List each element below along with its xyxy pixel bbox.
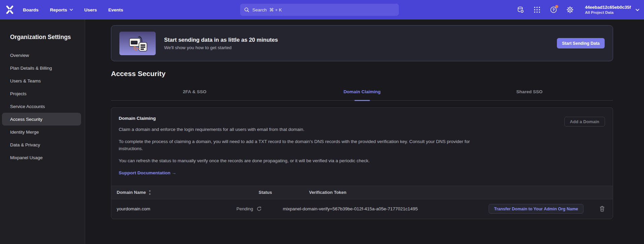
project-name: All Project Data [585,10,631,15]
nav-users-label: Users [84,7,97,12]
add-domain-button[interactable]: Add a Domain [564,117,605,127]
card-paragraph: Claim a domain and enforce the login req… [119,126,482,133]
org-id: 44eebad12c65eb0c35f [585,5,631,10]
chevron-down-icon [70,9,73,11]
mixpanel-logo[interactable] [0,0,20,20]
nav-events-label: Events [108,7,123,12]
tab-shared-sso[interactable]: Shared SSO [446,89,613,100]
card-paragraph: To complete the process of claiming a do… [119,138,482,152]
notification-dot [555,5,558,8]
search-icon [244,7,249,12]
nav-links: Boards Reports Users Events [23,7,123,12]
domain-name-cell: yourdomain.com [117,206,234,211]
onboarding-banner: Start sending data in as little as 20 mi… [111,25,613,61]
apps-grid-icon[interactable] [533,6,541,13]
trash-icon [600,206,605,212]
column-header-verification-token: Verification Token [283,190,605,195]
sidebar-item-service-accounts[interactable]: Service Accounts [2,100,81,113]
top-navbar: Boards Reports Users Events [0,0,644,20]
status-cell: Pending [234,206,283,211]
card-paragraph: You can refresh the status to manually v… [119,158,482,165]
status-badge: Pending [236,206,253,211]
tab-2fa-sso[interactable]: 2FA & SSO [111,89,278,100]
sidebar-item-projects[interactable]: Projects [2,87,81,100]
data-management-icon[interactable] [517,6,524,13]
nav-users[interactable]: Users [84,7,97,12]
domains-table-header: Domain Name Status Verification Token [111,186,613,199]
page-title: Access Security [111,70,613,78]
transfer-domain-button[interactable]: Transfer Domain to Your Admin Org Name [489,204,583,214]
nav-reports[interactable]: Reports [50,7,73,12]
main-content: Start sending data in as little as 20 mi… [85,20,644,244]
access-security-tabs: 2FA & SSO Domain Claiming Shared SSO [111,89,613,101]
settings-sidebar: Organization Settings Overview Plan Deta… [0,20,85,244]
nav-boards[interactable]: Boards [23,7,39,12]
column-header-domain-name[interactable]: Domain Name [117,190,234,195]
verification-token-cell: mixpanel-domain-verify=567b39be-012f-415… [283,206,489,211]
onboarding-illustration [119,32,156,55]
search-input[interactable] [252,7,395,12]
tab-domain-claiming[interactable]: Domain Claiming [278,89,446,100]
column-header-status: Status [234,190,283,195]
start-sending-data-button[interactable]: Start Sending Data [557,38,605,48]
nav-boards-label: Boards [23,7,39,12]
nav-reports-label: Reports [50,7,67,12]
delete-domain-button[interactable] [600,206,605,212]
navbar-right: ? 44eebad12c65eb0c35f All Project Data [517,0,639,20]
sidebar-item-mixpanel-usage[interactable]: Mixpanel Usage [2,151,81,164]
sidebar-item-data-privacy[interactable]: Data & Privacy [2,138,81,151]
support-documentation-link[interactable]: Support Documentation → [119,170,176,175]
sidebar-item-plan-details-billing[interactable]: Plan Details & Billing [2,62,81,74]
svg-text:?: ? [553,8,555,12]
help-icon[interactable]: ? [550,6,557,13]
chevron-down-icon [636,9,639,11]
banner-title: Start sending data in as little as 20 mi… [164,37,278,43]
mixpanel-logo-icon [6,5,14,14]
nav-events[interactable]: Events [108,7,123,12]
sidebar-item-users-teams[interactable]: Users & Teams [2,74,81,87]
org-switcher[interactable]: 44eebad12c65eb0c35f All Project Data [585,5,639,15]
domain-name-header-label: Domain Name [117,190,146,195]
domain-claiming-card: Add a Domain Domain Claiming Claim a dom… [111,107,613,219]
table-row: yourdomain.com Pending mixpanel-domain-v… [111,199,613,219]
banner-subtitle: We'll show you how to get started [164,45,278,50]
sort-icon [148,190,151,195]
sidebar-title: Organization Settings [10,34,85,41]
refresh-icon[interactable] [257,206,262,211]
sidebar-item-identity-merge[interactable]: Identity Merge [2,126,81,138]
global-search[interactable] [240,4,399,16]
sidebar-item-access-security[interactable]: Access Security [2,113,81,126]
gear-icon[interactable] [566,6,574,13]
card-title: Domain Claiming [119,116,605,121]
sidebar-item-overview[interactable]: Overview [2,49,81,62]
